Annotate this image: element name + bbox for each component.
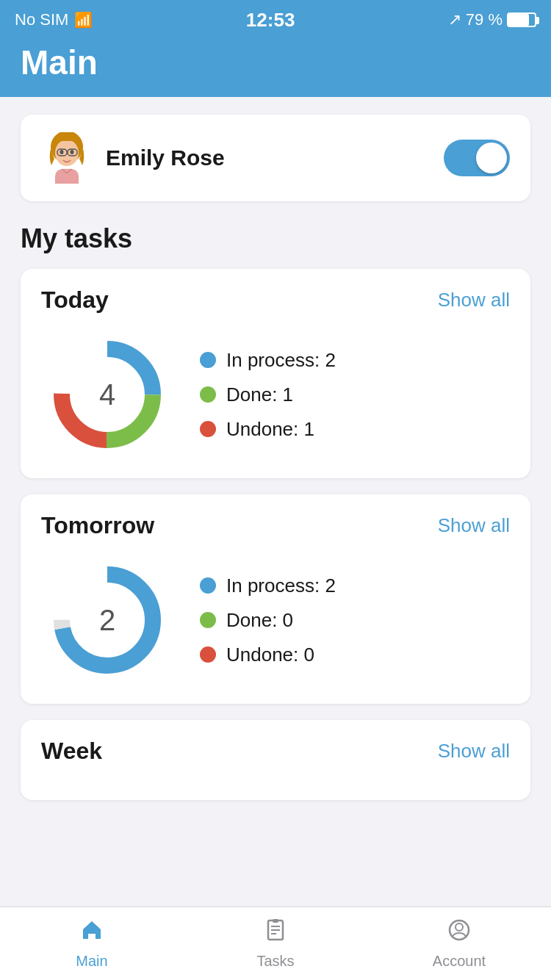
tomorrow-undone-label: Undone: 0 [226, 644, 314, 666]
today-undone-label: Undone: 1 [226, 418, 314, 441]
today-show-all[interactable]: Show all [438, 289, 510, 311]
tomorrow-undone: Undone: 0 [200, 644, 510, 666]
svg-point-18 [455, 923, 463, 931]
svg-point-3 [71, 150, 74, 154]
tomorrow-show-all[interactable]: Show all [438, 514, 510, 537]
week-card: Week Show all [21, 720, 530, 800]
week-title: Week [41, 738, 102, 765]
main-content: Emily Rose My tasks Today Show all [0, 97, 551, 907]
blue-dot-t [200, 577, 216, 594]
tasks-icon [263, 918, 288, 948]
today-total: 4 [99, 378, 115, 411]
red-dot-t [200, 646, 216, 663]
green-dot [200, 386, 216, 403]
blue-dot [200, 352, 216, 368]
today-undone: Undone: 1 [200, 418, 510, 441]
today-card-header: Today Show all [41, 287, 510, 314]
tomorrow-card-header: Tomorrow Show all [41, 512, 510, 539]
tomorrow-donut: 2 [41, 554, 173, 686]
svg-point-2 [60, 150, 64, 154]
status-bar: No SIM 📶 12:53 ↗ 79 % [0, 0, 551, 37]
carrier-info: No SIM 📶 [15, 10, 93, 29]
tomorrow-card: Tomorrow Show all 2 In process: 2 [21, 494, 530, 704]
svg-rect-16 [273, 919, 278, 923]
user-info: Emily Rose [41, 132, 225, 184]
tab-account[interactable]: Account [367, 907, 551, 980]
tomorrow-total: 2 [99, 604, 115, 637]
toggle-knob [476, 143, 507, 173]
user-card: Emily Rose [21, 115, 530, 201]
home-icon [79, 918, 104, 948]
tab-bar: Main Tasks Account [0, 907, 551, 980]
user-toggle[interactable] [444, 140, 510, 176]
tomorrow-title: Tomorrow [41, 512, 154, 539]
today-title: Today [41, 287, 109, 314]
week-card-header: Week Show all [41, 738, 510, 765]
battery-fill [508, 14, 529, 26]
header: Main [0, 37, 551, 97]
today-in-process: In process: 2 [200, 349, 510, 372]
tab-account-label: Account [433, 953, 486, 970]
tomorrow-done-label: Done: 0 [226, 609, 293, 632]
battery-bar [507, 12, 536, 27]
tomorrow-in-process-label: In process: 2 [226, 574, 336, 597]
wifi-icon: 📶 [74, 11, 93, 29]
user-name: Emily Rose [106, 145, 225, 170]
tomorrow-in-process: In process: 2 [200, 574, 510, 597]
battery-info: ↗ 79 % [448, 10, 536, 29]
tomorrow-card-body: 2 In process: 2 Done: 0 Undone: 0 [41, 554, 510, 686]
red-dot [200, 421, 216, 437]
tab-main-label: Main [76, 953, 107, 970]
tab-tasks[interactable]: Tasks [184, 907, 367, 980]
today-done: Done: 1 [200, 383, 510, 406]
location-icon: ↗ [448, 10, 461, 29]
my-tasks-title: My tasks [21, 223, 530, 254]
today-in-process-label: In process: 2 [226, 349, 336, 372]
today-donut: 4 [41, 328, 173, 461]
page-title: Main [21, 43, 530, 82]
today-legend: In process: 2 Done: 1 Undone: 1 [200, 349, 510, 441]
tomorrow-done: Done: 0 [200, 609, 510, 632]
carrier-text: No SIM [15, 10, 68, 29]
tab-main[interactable]: Main [0, 907, 184, 980]
today-card: Today Show all 4 In process: 2 [21, 269, 530, 478]
clock: 12:53 [246, 9, 295, 32]
green-dot-t [200, 612, 216, 628]
today-card-body: 4 In process: 2 Done: 1 Undone: 1 [41, 328, 510, 461]
today-done-label: Done: 1 [226, 383, 293, 406]
tab-tasks-label: Tasks [256, 953, 294, 970]
week-show-all[interactable]: Show all [438, 740, 510, 763]
account-icon [447, 918, 472, 948]
tomorrow-legend: In process: 2 Done: 0 Undone: 0 [200, 574, 510, 666]
battery-percentage: 79 % [466, 10, 503, 29]
avatar [41, 132, 93, 184]
